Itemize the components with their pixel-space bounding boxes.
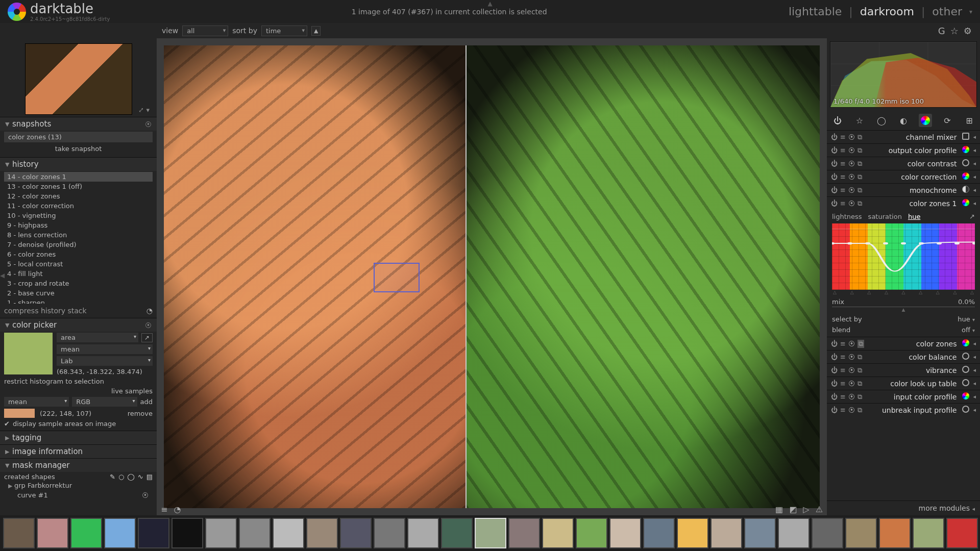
picker-mode-dropdown[interactable]: area: [57, 333, 138, 342]
module-power-icon[interactable]: ⏻: [831, 393, 838, 401]
module-power-icon[interactable]: ⏻: [831, 199, 838, 208]
picker-colormodel-dropdown[interactable]: Lab: [57, 356, 153, 366]
checkbox-icon[interactable]: ✔: [4, 420, 10, 428]
module-presets-icon[interactable]: ≡: [840, 199, 846, 208]
module-row-color-correction[interactable]: ⏻≡⦿⧉color correction◂: [827, 170, 980, 183]
brush-icon[interactable]: ✎: [110, 473, 115, 481]
filmstrip[interactable]: [0, 515, 980, 551]
grouping-icon[interactable]: G: [938, 26, 945, 36]
tab-other[interactable]: other: [932, 5, 962, 18]
module-power-icon[interactable]: ⏻: [831, 160, 838, 168]
module-presets-icon[interactable]: ≡: [840, 393, 846, 401]
module-presets-icon[interactable]: ≡: [840, 146, 846, 155]
module-reset-icon[interactable]: ⦿: [848, 353, 855, 361]
module-presets-icon[interactable]: ≡: [840, 173, 846, 181]
filmstrip-thumb[interactable]: [643, 518, 675, 548]
history-item[interactable]: 10 - vignetting: [4, 211, 153, 220]
module-row-color-zones[interactable]: ⏻≡⦿⧉color zones◂: [827, 337, 980, 350]
softproof-icon[interactable]: ▦: [775, 505, 783, 514]
filmstrip-thumb[interactable]: [576, 518, 607, 548]
filmstrip-thumb[interactable]: [3, 518, 35, 548]
module-row-channel-mixer[interactable]: ⏻≡⦿⧉channel mixer◂: [827, 130, 980, 143]
module-power-icon[interactable]: ⏻: [831, 406, 838, 414]
module-row-color-zones-1[interactable]: ⏻≡⦿⧉color zones 1◂: [827, 196, 980, 210]
filmstrip-thumb[interactable]: [239, 518, 271, 548]
module-presets-icon[interactable]: ≡: [840, 160, 846, 168]
other-dropdown-icon[interactable]: ▾: [969, 8, 972, 15]
filmstrip-thumb[interactable]: [172, 518, 203, 548]
module-power-icon[interactable]: ⏻: [831, 173, 838, 181]
edge-handle-top[interactable]: ▲: [487, 0, 492, 7]
compress-history-button[interactable]: compress history stack: [4, 307, 143, 315]
ellipse-icon[interactable]: ◯: [127, 473, 135, 481]
module-power-icon[interactable]: ⏻: [831, 186, 838, 194]
filmstrip-thumb[interactable]: [138, 518, 169, 548]
tab-darkroom[interactable]: darkroom: [860, 5, 914, 18]
remove-sample-button[interactable]: remove: [128, 410, 153, 417]
filmstrip-thumb[interactable]: [37, 518, 68, 548]
cz-blend-value[interactable]: off ▾: [962, 326, 975, 334]
reset-icon[interactable]: ⦿: [145, 321, 152, 329]
tagging-header[interactable]: ▶ tagging: [0, 431, 157, 444]
edge-handle-left[interactable]: ◀: [0, 272, 5, 279]
color-picker-header[interactable]: ▼ color picker ⦿: [0, 318, 157, 332]
cz-tab-saturation[interactable]: saturation: [868, 213, 902, 220]
history-item[interactable]: 11 - color correction: [4, 201, 153, 211]
module-power-icon[interactable]: ⏻: [831, 380, 838, 388]
image-information-header[interactable]: ▶ image information: [0, 445, 157, 458]
more-modules-button[interactable]: more modules ◂: [827, 500, 980, 515]
take-snapshot-button[interactable]: take snapshot: [4, 143, 153, 154]
filmstrip-thumb[interactable]: [475, 518, 506, 548]
history-item[interactable]: 3 - crop and rotate: [4, 279, 153, 288]
group-effects-icon[interactable]: ⊞: [963, 114, 976, 127]
module-row-color-look-up-table[interactable]: ⏻≡⦿⧉color look up table◂: [827, 377, 980, 390]
sort-field-dropdown[interactable]: time: [261, 26, 307, 36]
history-item[interactable]: 9 - highpass: [4, 220, 153, 230]
history-item[interactable]: 14 - color zones 1: [4, 172, 153, 182]
filmstrip-thumb[interactable]: [778, 518, 810, 548]
module-presets-icon[interactable]: ≡: [840, 366, 846, 374]
path-icon[interactable]: ∿: [138, 473, 143, 481]
overexposed-icon[interactable]: ▷: [803, 505, 809, 514]
group-basic-icon[interactable]: ◯: [875, 114, 888, 127]
module-power-icon[interactable]: ⏻: [831, 133, 838, 141]
filmstrip-thumb[interactable]: [340, 518, 372, 548]
history-item[interactable]: 8 - lens correction: [4, 230, 153, 240]
module-row-monochrome[interactable]: ⏻≡⦿⧉monochrome◂: [827, 183, 980, 196]
preferences-gear-icon[interactable]: ⚙: [964, 26, 972, 36]
cz-select-value[interactable]: hue ▾: [958, 315, 975, 323]
module-power-icon[interactable]: ⏻: [831, 366, 838, 374]
group-color-icon[interactable]: [919, 114, 932, 127]
module-reset-icon[interactable]: ⦿: [848, 160, 855, 168]
module-reset-icon[interactable]: ⦿: [848, 146, 855, 155]
snapshot-split-handle[interactable]: [465, 45, 467, 508]
module-presets-icon[interactable]: ≡: [840, 353, 846, 361]
group-favorites-icon[interactable]: ☆: [853, 114, 866, 127]
history-item[interactable]: 1 - sharpen: [4, 298, 153, 304]
module-power-icon[interactable]: ⏻: [831, 340, 838, 348]
sample-model-dropdown[interactable]: RGB: [72, 397, 137, 407]
filmstrip-thumb[interactable]: [407, 518, 439, 548]
cz-reset-icon[interactable]: ↗: [969, 213, 975, 220]
module-power-icon[interactable]: ⏻: [831, 353, 838, 361]
picker-area-box[interactable]: [374, 263, 420, 292]
mask-shape-item[interactable]: curve #1 ⦿: [4, 490, 153, 500]
snapshot-item[interactable]: color zones (13): [4, 132, 153, 142]
mask-group-item[interactable]: ▶ grp Farbkorrektur: [4, 481, 153, 490]
tab-lighttable[interactable]: lighttable: [789, 5, 842, 18]
display-areas-checkbox-label[interactable]: display sample areas on image: [13, 420, 116, 428]
module-reset-icon[interactable]: ⦿: [848, 406, 855, 414]
history-header[interactable]: ▼ history: [0, 158, 157, 171]
history-item[interactable]: 7 - denoise (profiled): [4, 240, 153, 249]
filmstrip-thumb[interactable]: [913, 518, 944, 548]
overlays-star-icon[interactable]: ☆: [950, 26, 959, 36]
histogram[interactable]: 1/640 f/4.0 102mm iso 100: [830, 41, 977, 108]
module-reset-icon[interactable]: ⦿: [848, 133, 855, 141]
cz-tab-lightness[interactable]: lightness: [832, 213, 862, 220]
raw-overexposed-icon[interactable]: ⚠: [816, 505, 823, 514]
sample-stat-dropdown[interactable]: mean: [4, 397, 69, 407]
cz-tab-hue[interactable]: hue: [908, 213, 920, 220]
filmstrip-thumb[interactable]: [104, 518, 136, 548]
module-reset-icon[interactable]: ⦿: [848, 366, 855, 374]
center-canvas[interactable]: ≡ ◔ ▦ ◩ ▷ ⚠: [157, 38, 827, 515]
